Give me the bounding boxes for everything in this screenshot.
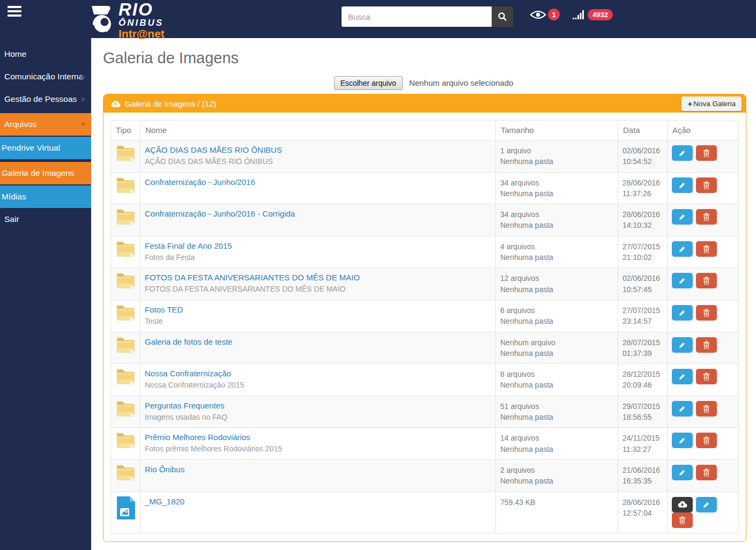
- sidebar-item-gestao-de-pessoas[interactable]: Gestão de Pessoas ▶: [0, 88, 91, 110]
- date-cell: 02/06/2016 10:57:45: [618, 268, 668, 300]
- sidebar-nav: Home Comunicação Interna ▶ Gestão de Pes…: [0, 43, 91, 231]
- gallery-link[interactable]: Rio Ônibus: [145, 465, 184, 474]
- trash-icon: [703, 245, 710, 253]
- edit-button[interactable]: [672, 177, 693, 193]
- col-tipo: Tipo: [111, 121, 140, 140]
- gallery-link[interactable]: AÇÃO DIAS DAS MÃES RIO ÔNIBUS: [145, 145, 282, 154]
- sidebar-item-sair[interactable]: Sair: [0, 208, 91, 231]
- gallery-link[interactable]: Festa Final de Ano 2015: [145, 241, 232, 250]
- menu-icon[interactable]: [8, 6, 24, 18]
- date-cell: 24/11/2015 11:32:27: [618, 428, 668, 460]
- edit-button[interactable]: [672, 369, 693, 384]
- page-title: Galeria de Imagens: [103, 49, 756, 67]
- download-button[interactable]: [672, 497, 693, 512]
- delete-button[interactable]: [696, 241, 717, 257]
- delete-button[interactable]: [672, 512, 693, 528]
- sidebar-item-midias[interactable]: Mídias: [0, 184, 91, 208]
- type-cell: [111, 140, 140, 173]
- gallery-link[interactable]: Galeria de fotos de teste: [145, 337, 232, 346]
- sidebar-item-comunicacao-interna[interactable]: Comunicação Interna ▶: [0, 65, 91, 88]
- delete-button[interactable]: [696, 273, 717, 288]
- gallery-description: Fotos prêmio Melhores Rodoviários 2015: [145, 444, 491, 453]
- pencil-icon: [678, 469, 686, 477]
- delete-button[interactable]: [696, 433, 717, 448]
- name-cell: AÇÃO DIAS DAS MÃES RIO ÔNIBUS AÇÃO DIAS …: [140, 140, 496, 173]
- views-badge: 1: [548, 9, 560, 20]
- actions-cell: [668, 364, 739, 396]
- brand-line3: Intr@net: [118, 28, 165, 39]
- search-input[interactable]: [342, 6, 492, 27]
- name-cell: Prêmio Melhores Rodoviários Fotos prêmio…: [140, 428, 496, 460]
- folder-icon: [115, 187, 136, 196]
- date-cell: 27/07/2015 21:10:02: [618, 236, 668, 268]
- col-nome: Nome: [140, 121, 496, 140]
- gallery-link[interactable]: Confraternização - Junho/2016: [145, 177, 255, 187]
- sidebar-item-arquivos[interactable]: Arquivos ▼: [0, 112, 91, 136]
- size-cell: 34 arquivos Nenhuma pasta: [496, 172, 618, 204]
- delete-button[interactable]: [696, 145, 717, 161]
- name-cell: Festa Final de Ano 2015 Fotos da Festa: [140, 236, 496, 268]
- gallery-link[interactable]: _MG_1820: [145, 497, 184, 506]
- pencil-icon: [678, 213, 686, 221]
- sidebar-item-home[interactable]: Home: [0, 43, 91, 65]
- table-row: FOTOS DA FESTA ANIVERSARIANTES DO MÊS DE…: [111, 268, 739, 300]
- date-cell: 28/06/2016 12:57:04: [618, 492, 668, 533]
- sidebar-item-pendrive-virtual[interactable]: Pendrive Virtual: [0, 136, 91, 159]
- bus-icon: [87, 4, 116, 35]
- edit-button[interactable]: [672, 401, 693, 417]
- type-cell: [111, 236, 140, 268]
- eye-icon[interactable]: [530, 10, 546, 20]
- choose-file-button[interactable]: Escolher arquivo: [334, 76, 403, 90]
- edit-button[interactable]: [672, 433, 693, 448]
- plus-icon: +: [687, 99, 692, 108]
- delete-button[interactable]: [696, 209, 717, 225]
- table-row: AÇÃO DIAS DAS MÃES RIO ÔNIBUS AÇÃO DIAS …: [111, 140, 739, 173]
- date-cell: 28/06/2016 14:10:32: [618, 204, 668, 236]
- edit-button[interactable]: [672, 305, 693, 321]
- pencil-icon: [678, 245, 686, 253]
- gallery-link[interactable]: Confraternização - Junho/2016 - Corrigid…: [145, 209, 295, 218]
- topbar-status: 1 4932: [530, 9, 613, 20]
- delete-button[interactable]: [696, 401, 717, 417]
- type-cell: [111, 459, 140, 492]
- actions-cell: [668, 332, 739, 364]
- actions-cell: [668, 492, 739, 533]
- gallery-link[interactable]: FOTOS DA FESTA ANIVERSARIANTES DO MÊS DE…: [145, 273, 360, 282]
- pencil-icon: [678, 277, 686, 285]
- delete-button[interactable]: [696, 337, 717, 353]
- folder-icon: [115, 155, 136, 163]
- name-cell: Confraternização - Junho/2016 - Corrigid…: [140, 204, 496, 236]
- new-gallery-button[interactable]: + Nova Galeria: [681, 96, 742, 111]
- table-row: Galeria de fotos de teste Nenhum arquivo…: [111, 332, 739, 364]
- panel-body: Tipo Nome Tamanho Data Ação AÇÃO DIAS DA…: [103, 113, 746, 541]
- edit-button[interactable]: [672, 241, 693, 257]
- chevron-right-icon: ▶: [81, 73, 86, 79]
- gallery-panel: Galeria de Imagens / (12) + Nova Galeria…: [103, 94, 746, 542]
- actions-cell: [668, 300, 739, 332]
- gallery-link[interactable]: Nossa Confraternização: [145, 369, 231, 378]
- edit-button[interactable]: [672, 465, 693, 480]
- search-button[interactable]: [492, 6, 513, 27]
- delete-button[interactable]: [696, 177, 717, 193]
- edit-button[interactable]: [696, 497, 717, 512]
- signal-bars-icon[interactable]: [573, 10, 585, 20]
- chevron-down-icon: ▼: [80, 121, 86, 127]
- gallery-link[interactable]: Fotos TED: [145, 305, 183, 314]
- sidebar-item-galeria-de-imagens[interactable]: Galeria de Imagens: [0, 161, 91, 184]
- type-cell: [111, 492, 140, 533]
- size-cell: Nenhum arquivo Nenhuma pasta: [496, 332, 618, 364]
- delete-button[interactable]: [696, 305, 717, 321]
- actions-cell: [668, 459, 739, 492]
- edit-button[interactable]: [672, 209, 693, 225]
- gallery-link[interactable]: Prêmio Melhores Rodoviários: [145, 433, 250, 442]
- edit-button[interactable]: [672, 145, 693, 161]
- edit-button[interactable]: [672, 337, 693, 353]
- type-cell: [111, 204, 140, 236]
- delete-button[interactable]: [696, 465, 717, 480]
- brand-logo: RIO ÔNIBUS Intr@net: [87, 1, 165, 39]
- delete-button[interactable]: [696, 369, 717, 384]
- edit-button[interactable]: [672, 273, 693, 288]
- trash-icon: [703, 405, 710, 413]
- name-cell: FOTOS DA FESTA ANIVERSARIANTES DO MÊS DE…: [140, 268, 496, 300]
- gallery-link[interactable]: Perguntas Frequentes: [145, 401, 224, 410]
